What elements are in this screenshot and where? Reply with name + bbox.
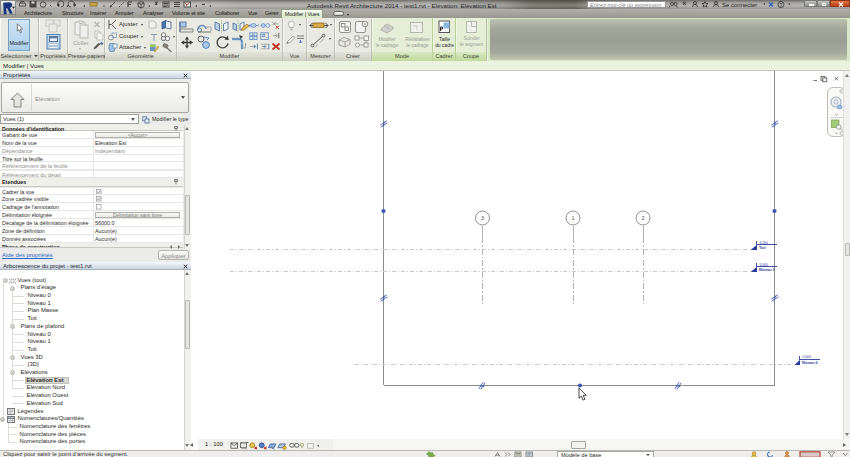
svg-text:Se connecter: Se connecter (722, 2, 757, 8)
svg-text:6.200: 6.200 (760, 241, 768, 245)
svg-text:3: 3 (481, 216, 484, 221)
svg-text:1: 1 (572, 216, 575, 221)
svg-text:Toit: Toit (759, 246, 766, 250)
svg-text:Niveau 1: Niveau 1 (759, 268, 775, 272)
svg-text:?: ? (780, 2, 783, 8)
svg-text:0.000: 0.000 (803, 355, 811, 359)
svg-text:Niveau 0: Niveau 0 (802, 361, 818, 365)
svg-text:2: 2 (642, 216, 645, 221)
svg-text:3.000: 3.000 (760, 263, 768, 267)
